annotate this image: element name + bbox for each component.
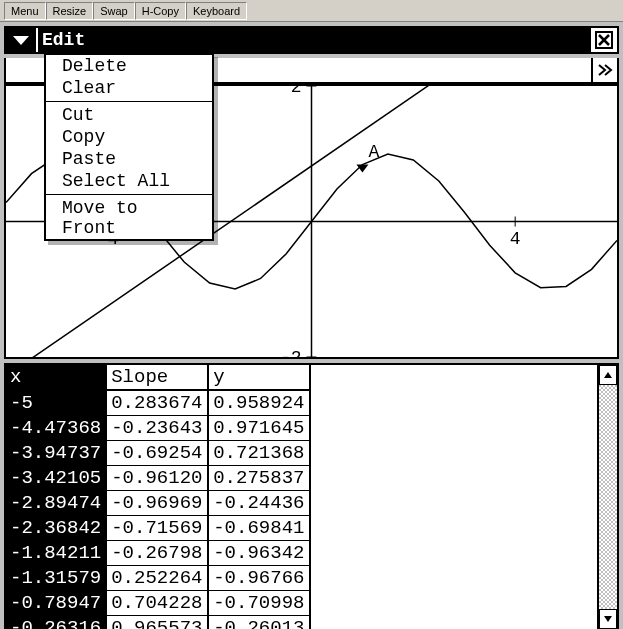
menu-clear[interactable]: Clear <box>46 77 212 99</box>
table-row[interactable]: -2.36842-0.71569-0.69841 <box>6 516 310 541</box>
menu-move-to-front[interactable]: Move to Front <box>46 197 212 239</box>
cell-x: -2.36842 <box>6 516 106 541</box>
menu-copy[interactable]: Copy <box>46 126 212 148</box>
data-table-container: x Slope y -50.2836740.958924-4.47368-0.2… <box>4 363 619 629</box>
menu-delete[interactable]: Delete <box>46 55 212 77</box>
col-header-slope[interactable]: Slope <box>106 365 208 390</box>
svg-text:-2: -2 <box>280 348 302 357</box>
data-table: x Slope y -50.2836740.958924-4.47368-0.2… <box>6 365 311 629</box>
svg-marker-0 <box>13 36 29 45</box>
table-row[interactable]: -3.94737-0.692540.721368 <box>6 441 310 466</box>
cell-y: -0.96342 <box>208 541 310 566</box>
titlebar: Edit <box>4 26 619 54</box>
menu-item-resize[interactable]: Resize <box>46 2 94 20</box>
svg-text:A: A <box>368 142 379 162</box>
cell-y: -0.96766 <box>208 566 310 591</box>
cell-x: -3.94737 <box>6 441 106 466</box>
cell-x: -4.47368 <box>6 416 106 441</box>
cell-slope: -0.23643 <box>106 416 208 441</box>
cell-y: 0.721368 <box>208 441 310 466</box>
menubar: Menu Resize Swap H-Copy Keyboard <box>0 0 623 22</box>
cell-slope: -0.69254 <box>106 441 208 466</box>
cell-x: -1.84211 <box>6 541 106 566</box>
menu-item-swap[interactable]: Swap <box>93 2 135 20</box>
menu-item-keyboard[interactable]: Keyboard <box>186 2 247 20</box>
cell-slope: -0.26798 <box>106 541 208 566</box>
scroll-track[interactable] <box>599 385 617 609</box>
close-icon <box>595 31 613 49</box>
menu-item-hcopy[interactable]: H-Copy <box>135 2 186 20</box>
cell-x: -5 <box>6 390 106 416</box>
menu-paste[interactable]: Paste <box>46 148 212 170</box>
table-row[interactable]: -0.263160.965573-0.26013 <box>6 616 310 630</box>
cell-x: -1.31579 <box>6 566 106 591</box>
table-row[interactable]: -50.2836740.958924 <box>6 390 310 416</box>
cell-x: -2.89474 <box>6 491 106 516</box>
table-row[interactable]: -4.47368-0.236430.971645 <box>6 416 310 441</box>
scroll-up-button[interactable] <box>599 365 617 385</box>
table-row[interactable]: -1.315790.252264-0.96766 <box>6 566 310 591</box>
triangle-up-icon <box>603 371 613 379</box>
table-row[interactable]: -2.89474-0.96969-0.24436 <box>6 491 310 516</box>
col-header-x[interactable]: x <box>6 365 106 390</box>
cell-y: -0.70998 <box>208 591 310 616</box>
cell-slope: 0.252264 <box>106 566 208 591</box>
cell-y: 0.958924 <box>208 390 310 416</box>
table-row[interactable]: -3.42105-0.961200.275837 <box>6 466 310 491</box>
col-header-y[interactable]: y <box>208 365 310 390</box>
cell-y: -0.69841 <box>208 516 310 541</box>
menu-cut[interactable]: Cut <box>46 104 212 126</box>
svg-marker-17 <box>604 616 612 622</box>
cell-slope: 0.283674 <box>106 390 208 416</box>
toolbar-next-button[interactable] <box>591 58 617 82</box>
cell-slope: -0.71569 <box>106 516 208 541</box>
menu-item-menu[interactable]: Menu <box>4 2 46 20</box>
svg-text:4: 4 <box>510 229 521 249</box>
chevron-down-icon <box>11 33 31 47</box>
cell-y: -0.26013 <box>208 616 310 630</box>
svg-marker-16 <box>604 372 612 378</box>
cell-y: 0.971645 <box>208 416 310 441</box>
cell-x: -0.78947 <box>6 591 106 616</box>
double-chevron-right-icon <box>597 63 613 77</box>
cell-x: -3.42105 <box>6 466 106 491</box>
close-button[interactable] <box>589 28 617 52</box>
cell-x: -0.26316 <box>6 616 106 630</box>
cell-slope: -0.96969 <box>106 491 208 516</box>
cell-y: -0.24436 <box>208 491 310 516</box>
dropdown-button[interactable] <box>6 28 38 52</box>
svg-text:2: 2 <box>291 86 302 97</box>
cell-slope: 0.704228 <box>106 591 208 616</box>
cell-slope: 0.965573 <box>106 616 208 630</box>
scrollbar[interactable] <box>597 365 617 629</box>
table-row[interactable]: -0.789470.704228-0.70998 <box>6 591 310 616</box>
edit-menu: Delete Clear Cut Copy Paste Select All M… <box>44 53 214 241</box>
scroll-down-button[interactable] <box>599 609 617 629</box>
cell-y: 0.275837 <box>208 466 310 491</box>
table-row[interactable]: -1.84211-0.26798-0.96342 <box>6 541 310 566</box>
cell-slope: -0.96120 <box>106 466 208 491</box>
menu-select-all[interactable]: Select All <box>46 170 212 192</box>
titlebar-title: Edit <box>42 30 85 50</box>
triangle-down-icon <box>603 615 613 623</box>
